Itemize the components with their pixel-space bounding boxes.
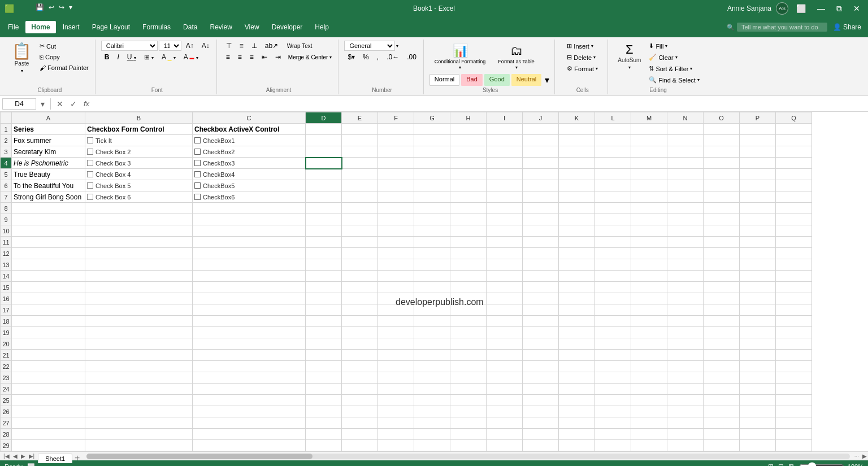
cell-A13[interactable] <box>12 259 85 271</box>
cell-D3[interactable] <box>306 146 342 158</box>
checkbox-form-5[interactable] <box>87 171 93 177</box>
cell-N6[interactable] <box>667 180 704 191</box>
page-layout-view-btn[interactable]: ⊟ <box>776 462 785 466</box>
cell-F2[interactable] <box>378 135 414 146</box>
cell-L5[interactable] <box>595 169 631 180</box>
cell-I8[interactable] <box>487 203 523 214</box>
cell-P17[interactable] <box>740 304 776 316</box>
cell-D7[interactable] <box>306 191 342 203</box>
cell-I7[interactable] <box>487 191 523 203</box>
cell-Q16[interactable] <box>776 293 812 304</box>
cell-B15[interactable] <box>85 282 193 293</box>
wrap-text-btn[interactable]: Wrap Text <box>283 42 316 50</box>
cell-B6[interactable]: Check Box 5 <box>85 180 193 191</box>
cell-M27[interactable] <box>631 417 667 429</box>
cell-E7[interactable] <box>342 191 378 203</box>
cell-J3[interactable] <box>523 146 559 158</box>
cell-O10[interactable] <box>704 225 740 237</box>
cell-Q28[interactable] <box>776 429 812 440</box>
cell-F9[interactable] <box>378 214 414 225</box>
col-header-d[interactable]: D <box>306 112 342 124</box>
cell-J2[interactable] <box>523 135 559 146</box>
cell-Q13[interactable] <box>776 259 812 271</box>
cell-L11[interactable] <box>595 237 631 248</box>
cell-A25[interactable] <box>12 395 85 406</box>
cell-O2[interactable] <box>704 135 740 146</box>
number-format-select[interactable]: General <box>344 41 395 51</box>
cell-P16[interactable] <box>740 293 776 304</box>
cell-K28[interactable] <box>559 429 595 440</box>
cell-H13[interactable] <box>450 259 487 271</box>
checkbox-form-6[interactable] <box>87 182 93 189</box>
cell-Q9[interactable] <box>776 214 812 225</box>
font-color-button[interactable]: A ▬ ▾ <box>180 52 202 62</box>
cell-A22[interactable] <box>12 361 85 372</box>
cell-O16[interactable] <box>704 293 740 304</box>
cell-M2[interactable] <box>631 135 667 146</box>
delete-button[interactable]: ⊟ Delete ▾ <box>564 52 601 63</box>
col-header-b[interactable]: B <box>85 112 193 124</box>
row-header-27[interactable]: 27 <box>1 417 12 429</box>
cell-K12[interactable] <box>559 248 595 259</box>
cell-D27[interactable] <box>306 417 342 429</box>
cell-H29[interactable] <box>450 440 487 451</box>
cell-F6[interactable] <box>378 180 414 191</box>
tab-first-btn[interactable]: |◀ <box>2 452 11 460</box>
cell-C27[interactable] <box>193 417 306 429</box>
cell-H17[interactable] <box>450 304 487 316</box>
cell-P3[interactable] <box>740 146 776 158</box>
cell-B14[interactable] <box>85 271 193 282</box>
cell-D15[interactable] <box>306 282 342 293</box>
cell-H26[interactable] <box>450 406 487 417</box>
cell-N26[interactable] <box>667 406 704 417</box>
cell-E18[interactable] <box>342 316 378 327</box>
cell-M22[interactable] <box>631 361 667 372</box>
cell-H22[interactable] <box>450 361 487 372</box>
cell-A6[interactable]: To the Beautiful You <box>12 180 85 191</box>
cell-E16[interactable] <box>342 293 378 304</box>
cell-B8[interactable] <box>85 203 193 214</box>
cell-B10[interactable] <box>85 225 193 237</box>
cell-M10[interactable] <box>631 225 667 237</box>
tab-next-btn[interactable]: ▶ <box>20 452 27 460</box>
cell-D9[interactable] <box>306 214 342 225</box>
cell-H28[interactable] <box>450 429 487 440</box>
cell-Q25[interactable] <box>776 395 812 406</box>
cell-K19[interactable] <box>559 327 595 338</box>
cell-F21[interactable] <box>378 350 414 361</box>
cell-L17[interactable] <box>595 304 631 316</box>
cell-M1[interactable] <box>631 124 667 135</box>
cell-C29[interactable] <box>193 440 306 451</box>
cell-Q14[interactable] <box>776 271 812 282</box>
cell-G17[interactable] <box>414 304 450 316</box>
cell-D19[interactable] <box>306 327 342 338</box>
cell-J1[interactable] <box>523 124 559 135</box>
cell-M18[interactable] <box>631 316 667 327</box>
cell-J9[interactable] <box>523 214 559 225</box>
cell-B3[interactable]: Check Box 2 <box>85 146 193 158</box>
currency-btn[interactable]: $▾ <box>344 52 358 62</box>
cell-F15[interactable] <box>378 282 414 293</box>
cell-M19[interactable] <box>631 327 667 338</box>
cell-B11[interactable] <box>85 237 193 248</box>
cell-G26[interactable] <box>414 406 450 417</box>
cell-O5[interactable] <box>704 169 740 180</box>
percent-btn[interactable]: % <box>359 52 372 62</box>
cell-Q18[interactable] <box>776 316 812 327</box>
cell-L23[interactable] <box>595 372 631 384</box>
cell-L26[interactable] <box>595 406 631 417</box>
cell-F4[interactable] <box>378 158 414 169</box>
cell-E29[interactable] <box>342 440 378 451</box>
cell-Q15[interactable] <box>776 282 812 293</box>
cell-F19[interactable] <box>378 327 414 338</box>
name-box-arrow[interactable]: ▾ <box>38 98 47 110</box>
cell-H23[interactable] <box>450 372 487 384</box>
merge-center-btn[interactable]: Merge & Center ▾ <box>285 53 335 62</box>
page-break-view-btn[interactable]: ⊠ <box>787 462 796 466</box>
cell-L16[interactable] <box>595 293 631 304</box>
cell-J14[interactable] <box>523 271 559 282</box>
normal-view-btn[interactable]: ⊞ <box>766 462 775 466</box>
find-select-button[interactable]: 🔍 Find & Select ▾ <box>646 75 702 85</box>
cell-P24[interactable] <box>740 384 776 395</box>
cell-B1[interactable]: Checkbox Form Control <box>85 124 193 135</box>
